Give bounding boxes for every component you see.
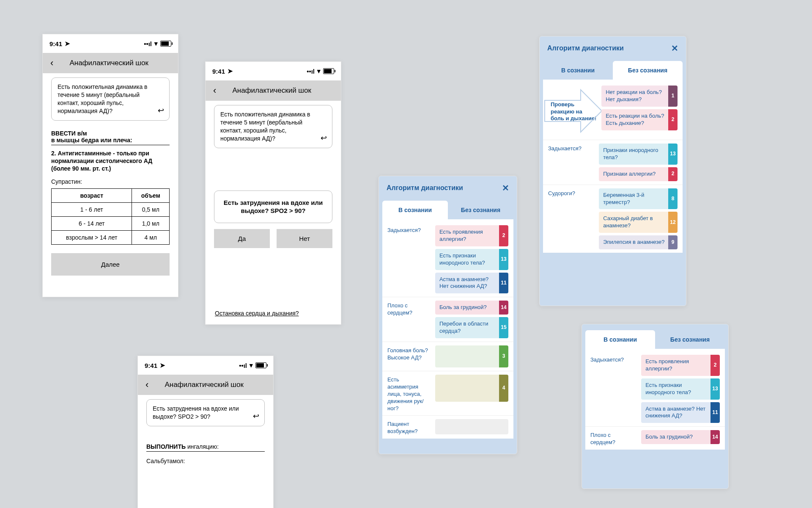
status-time: 9:41 [49, 40, 62, 47]
diag-item[interactable]: Нет реакции на боль? Нет дыхания?1 [601, 86, 678, 107]
table-header: возраст [52, 189, 132, 203]
tab-unconscious[interactable]: Без сознания [448, 201, 513, 219]
back-button[interactable]: ‹ [142, 379, 152, 390]
table-cell: 1,0 мл [132, 217, 170, 231]
drug-label: Сальбутамол: [146, 458, 265, 464]
diagnostic-card-unconscious: Алгоритм диагностики ✕ В сознании Без со… [539, 36, 686, 306]
diag-item[interactable]: Есть реакции на боль? Есть дыхание?2 [601, 109, 678, 130]
diag-item[interactable]: Астма в анамнезе? Нет снижения АД?11 [641, 402, 720, 423]
wifi-icon: ▾ [250, 362, 253, 369]
reply-icon[interactable]: ↩︎ [321, 133, 327, 143]
diag-item[interactable]: Астма в анамнезе? Нет снижения АД?11 [435, 273, 508, 294]
diag-question: Головная боль? Высокое АД? [387, 345, 431, 367]
no-button[interactable]: Нет [277, 229, 332, 248]
reply-icon[interactable]: ↩︎ [158, 105, 164, 116]
diagnostic-card-conscious: Алгоритм диагностики ✕ В сознании Без со… [379, 176, 517, 454]
tab-conscious[interactable]: В сознании [585, 330, 655, 349]
close-icon[interactable]: ✕ [502, 183, 509, 193]
status-bar: 9:41➤ ••ıl▾ [43, 34, 178, 53]
diag-item[interactable]: Есть проявления аллергии?2 [641, 355, 720, 376]
signal-icon: ••ıl [307, 68, 315, 75]
section-heading: ВЫПОЛНИТЬ ингаляцию: [146, 443, 265, 452]
diag-item[interactable]: Признаки инородного тела?13 [599, 144, 678, 165]
table-cell: 1 - 6 лет [52, 203, 132, 217]
wifi-icon: ▾ [154, 40, 158, 47]
dosage-table: возрастобъем 1 - 6 лет0,5 мл 6 - 14 лет1… [51, 188, 170, 245]
diag-question: Задыхается? [387, 225, 431, 293]
diag-item[interactable]: Боль за грудиной?14 [641, 430, 720, 444]
table-cell: 4 мл [132, 231, 170, 245]
question-bubble: Есть положительная динамика в течение 5 … [214, 105, 332, 148]
battery-icon [255, 362, 266, 368]
arrow-icon [540, 86, 604, 136]
diag-title: Алгоритм диагностики [387, 184, 463, 192]
diag-question: Задыхается? [590, 355, 637, 423]
section-subheading: 2. Антигистаминные - только при нормализ… [51, 149, 170, 173]
table-cell: 6 - 14 лет [52, 217, 132, 231]
diag-question: Плохо с сердцем? [590, 430, 637, 446]
location-icon: ➤ [160, 362, 165, 369]
diag-item[interactable]: 4 [435, 375, 508, 402]
back-button[interactable]: ‹ [47, 58, 57, 69]
diag-item[interactable]: Признаки аллергии?2 [599, 167, 678, 181]
nav-bar: ‹ Анафилактический шок [206, 80, 341, 101]
phone-screen-question: 9:41➤ ••ıl▾ ‹ Анафилактический шок Есть … [205, 61, 341, 325]
diag-item[interactable]: Боль за грудиной?14 [435, 301, 508, 315]
location-icon: ➤ [228, 67, 233, 75]
nav-title: Анафилактический шок [152, 381, 269, 389]
tab-unconscious[interactable]: Без сознания [613, 61, 683, 80]
phone-screen-dosage: 9:41➤ ••ıl▾ ‹ Анафилактический шок Есть … [42, 34, 178, 297]
reply-icon[interactable]: ↩︎ [253, 411, 259, 421]
signal-icon: ••ıl [239, 362, 247, 369]
battery-icon [160, 41, 171, 47]
diag-item[interactable]: Перебои в области сердца?15 [435, 317, 508, 338]
status-bar: 9:41➤ ••ıl▾ [138, 356, 273, 375]
diag-question: Судороги? [548, 188, 595, 249]
nav-bar: ‹ Анафилактический шок [138, 375, 273, 395]
tab-conscious[interactable]: В сознании [543, 61, 613, 80]
diag-item[interactable]: 3 [435, 345, 508, 367]
close-icon[interactable]: ✕ [671, 43, 678, 53]
question-bubble: Есть затруднения на вдохе или выдохе? SP… [146, 399, 265, 426]
back-button[interactable]: ‹ [210, 85, 219, 96]
battery-icon [323, 68, 334, 74]
nav-bar: ‹ Анафилактический шок [43, 53, 178, 73]
diag-item[interactable]: Есть проявления аллергии?2 [435, 225, 508, 246]
nav-title: Анафилактический шок [57, 59, 174, 67]
diagnostic-card-partial: В сознании Без сознания Задыхается? Есть… [582, 324, 729, 489]
diag-item[interactable] [435, 419, 508, 434]
diag-question: Задыхается? [548, 144, 595, 181]
wifi-icon: ▾ [317, 67, 321, 75]
diag-item[interactable]: Беременная 3-й треместр?8 [599, 188, 678, 210]
yes-button[interactable]: Да [214, 229, 270, 248]
section-heading: ВВЕСТИ в/мв мышцы бедра или плеча: [51, 130, 170, 145]
diag-title: Алгоритм диагностики [547, 44, 624, 52]
emergency-link[interactable]: Остановка сердца и дыхания? [215, 310, 299, 317]
diag-item[interactable]: Есть признаки инородного тела?13 [435, 249, 508, 270]
tab-conscious[interactable]: В сознании [382, 201, 448, 219]
status-time: 9:41 [212, 68, 225, 75]
drug-label: Супрастин: [51, 178, 170, 185]
status-bar: 9:41➤ ••ıl▾ [206, 62, 341, 80]
next-button[interactable]: Далее [51, 253, 170, 276]
location-icon: ➤ [65, 40, 70, 47]
table-cell: 0,5 мл [132, 203, 170, 217]
diag-item[interactable]: Эпилепсия в анамнезе?9 [599, 235, 678, 249]
diag-item[interactable]: Есть признаки инородного тела?13 [641, 378, 720, 400]
question-bubble: Есть положительная динамика в течение 5 … [51, 77, 170, 121]
diag-question: Пациент возбужден? [387, 419, 431, 435]
phone-screen-inhalation: 9:41➤ ••ıl▾ ‹ Анафилактический шок Есть … [137, 356, 274, 508]
diag-item[interactable]: Сахарный диабет в анамнезе?12 [599, 212, 678, 233]
nav-title: Анафилактический шок [219, 86, 337, 95]
diag-question: Плохо с сердцем? [387, 301, 431, 338]
tab-unconscious[interactable]: Без сознания [655, 330, 725, 349]
signal-icon: ••ıl [144, 40, 152, 47]
status-time: 9:41 [145, 362, 157, 369]
question-card: Есть затруднения на вдохе или выдохе? SP… [214, 190, 332, 223]
diag-question: Есть асимметрия лица, тонуса, движения р… [387, 375, 431, 412]
table-header: объем [132, 189, 170, 203]
table-cell: взрослым > 14 лет [52, 231, 132, 245]
